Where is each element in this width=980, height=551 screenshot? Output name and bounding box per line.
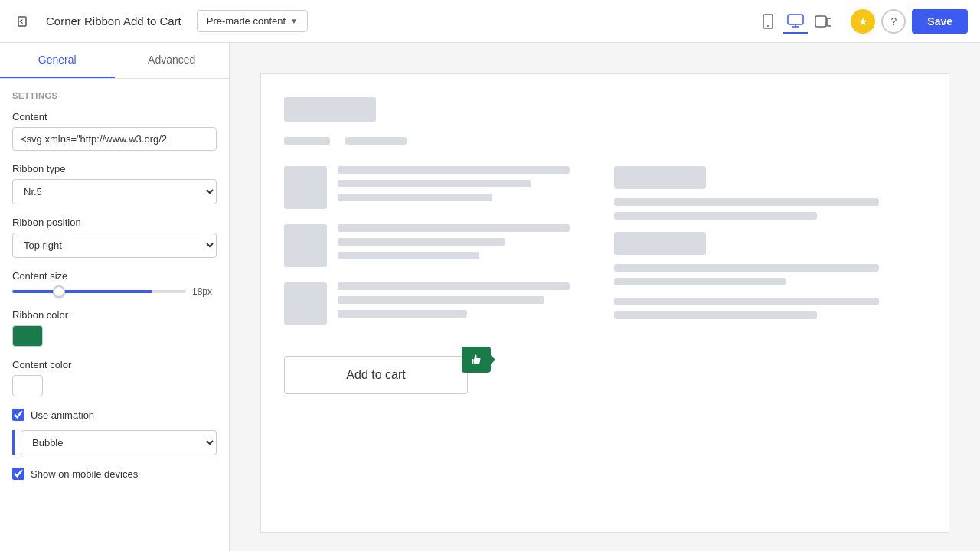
sl-3 — [338, 194, 492, 201]
use-animation-checkbox[interactable] — [12, 409, 24, 421]
ribbon-type-label: Ribbon type — [12, 163, 217, 174]
use-animation-label[interactable]: Use animation — [31, 409, 94, 421]
skeleton-thumb-1 — [284, 166, 327, 209]
svg-rect-4 — [815, 16, 826, 27]
device-buttons — [756, 9, 835, 34]
ribbon-position-label: Ribbon position — [12, 217, 217, 228]
content-color-field-group: Content color — [12, 359, 217, 396]
back-icon — [17, 14, 32, 29]
svg-rect-6 — [472, 359, 474, 364]
animation-type-select[interactable]: Bubble Bounce Shake Pulse — [21, 430, 217, 455]
ribbon-position-field-group: Ribbon position Top left Top right Botto… — [12, 217, 217, 258]
content-color-label: Content color — [12, 359, 217, 370]
skeleton-lines-3 — [338, 282, 596, 324]
content-size-value: 18px — [192, 286, 217, 297]
mobile-device-button[interactable] — [756, 9, 780, 34]
help-button[interactable]: ? — [881, 9, 906, 34]
content-size-label: Content size — [12, 270, 217, 282]
desktop-device-button[interactable] — [783, 9, 808, 34]
sidebar: General Advanced SETTINGS Content Ribbon… — [0, 43, 230, 551]
sl-8 — [338, 296, 544, 304]
tab-advanced[interactable]: Advanced — [115, 43, 230, 78]
add-to-cart-button[interactable]: Add to cart — [284, 356, 468, 394]
star-button[interactable]: ★ — [851, 9, 875, 34]
premade-content-button[interactable]: Pre-made content ▼ — [197, 10, 308, 32]
back-button[interactable] — [12, 9, 37, 34]
content-size-field-group: Content size 18px — [12, 270, 217, 297]
content-label: Content — [12, 111, 217, 122]
right-line-3 — [614, 264, 879, 272]
svg-point-2 — [767, 25, 769, 27]
ribbon-color-field-group: Ribbon color — [12, 309, 217, 347]
skeleton-line-2 — [345, 137, 407, 145]
ribbon-position-select[interactable]: Top left Top right Bottom left Bottom ri… — [12, 233, 217, 258]
right-block-2 — [614, 232, 926, 285]
sl-2 — [338, 180, 531, 187]
use-animation-row: Use animation — [12, 409, 217, 421]
svg-rect-5 — [827, 18, 831, 26]
tab-bar: General Advanced — [0, 43, 229, 79]
main-layout: General Advanced SETTINGS Content Ribbon… — [0, 43, 980, 551]
sl-4 — [338, 224, 570, 232]
topbar: Corner Ribbon Add to Cart Pre-made conte… — [0, 0, 980, 43]
tab-general[interactable]: General — [0, 43, 115, 78]
page-title: Corner Ribbon Add to Cart — [46, 15, 181, 28]
content-input[interactable] — [12, 127, 217, 151]
left-column — [284, 166, 596, 341]
settings-section-label: SETTINGS — [12, 91, 217, 100]
add-to-cart-area: Add to cart — [284, 356, 483, 394]
sl-7 — [338, 282, 570, 290]
skeleton-thumb-2 — [284, 224, 327, 267]
sl-1 — [338, 166, 570, 174]
right-line-2 — [614, 212, 817, 220]
skeleton-header — [284, 97, 926, 151]
content-grid — [284, 166, 926, 341]
skeleton-lines-2 — [338, 224, 596, 266]
sidebar-content: SETTINGS Content Ribbon type Nr.1 Nr.2 N… — [0, 79, 229, 501]
ribbon-type-field-group: Ribbon type Nr.1 Nr.2 Nr.3 Nr.4 Nr.5 — [12, 163, 217, 204]
content-field-group: Content — [12, 111, 217, 151]
content-size-slider-row: 18px — [12, 286, 217, 297]
ribbon-color-label: Ribbon color — [12, 309, 217, 321]
ribbon-badge — [462, 347, 491, 373]
right-line-1 — [614, 198, 879, 206]
right-block-3 — [614, 298, 926, 319]
animation-type-field-group: Bubble Bounce Shake Pulse — [12, 430, 217, 455]
responsive-device-button[interactable] — [811, 9, 835, 34]
skeleton-line-1 — [284, 137, 330, 145]
sl-9 — [338, 310, 467, 318]
skeleton-lines-1 — [338, 166, 596, 207]
right-line-4 — [614, 278, 786, 285]
topbar-right: ★ ? Save — [851, 9, 968, 34]
show-mobile-checkbox[interactable] — [12, 468, 24, 480]
sl-5 — [338, 238, 505, 246]
right-block-1 — [614, 166, 926, 220]
content-row-3 — [284, 282, 596, 325]
show-mobile-row: Show on mobile devices — [12, 468, 217, 480]
content-size-slider[interactable] — [12, 290, 186, 293]
sl-6 — [338, 252, 479, 259]
content-color-swatch[interactable] — [12, 375, 43, 396]
content-row-1 — [284, 166, 596, 209]
right-skel-2 — [614, 232, 706, 255]
skeleton-title-block — [284, 97, 376, 122]
canvas-area: Add to cart — [230, 43, 980, 551]
show-mobile-label[interactable]: Show on mobile devices — [31, 468, 138, 480]
right-line-6 — [614, 311, 817, 319]
chevron-down-icon: ▼ — [290, 17, 298, 25]
right-column — [614, 166, 926, 341]
svg-rect-3 — [788, 15, 803, 24]
canvas-content: Add to cart — [260, 73, 949, 533]
thumbs-up-icon — [469, 353, 483, 367]
right-skel-1 — [614, 166, 706, 189]
ribbon-color-swatch[interactable] — [12, 325, 43, 347]
ribbon-type-select[interactable]: Nr.1 Nr.2 Nr.3 Nr.4 Nr.5 — [12, 179, 217, 204]
skeleton-thumb-3 — [284, 282, 327, 325]
content-row-2 — [284, 224, 596, 267]
save-button[interactable]: Save — [912, 9, 968, 34]
right-line-5 — [614, 298, 879, 305]
premade-label: Pre-made content — [207, 15, 286, 27]
